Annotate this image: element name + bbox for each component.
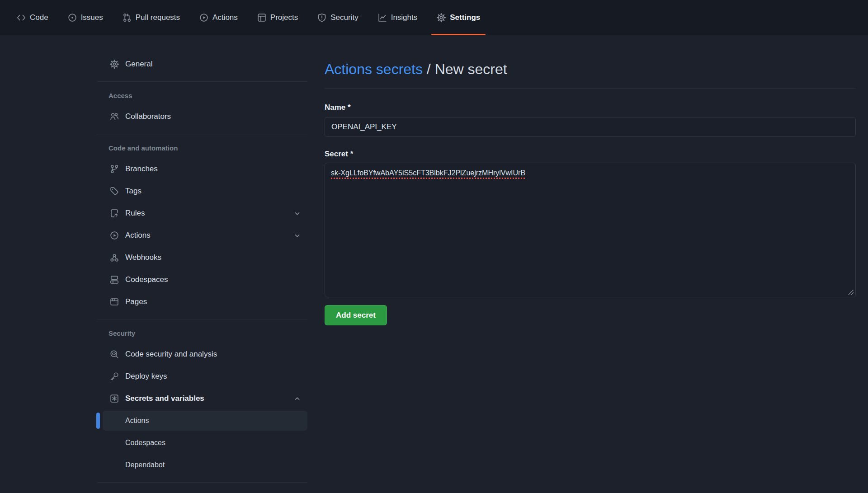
tab-label: Pull requests: [136, 13, 180, 22]
add-secret-button[interactable]: Add secret: [325, 305, 387, 325]
tab-label: Projects: [270, 13, 298, 22]
secret-name-input[interactable]: [325, 117, 856, 137]
secret-value-text: sk-XgLLfoBYfwAbAY5iS5cFT3BlbkFJ2PlZuejrz…: [331, 169, 525, 177]
sidebar-divider: [97, 319, 307, 319]
sidebar-item-label: General: [125, 60, 152, 69]
sidebar-item-sub-dependabot[interactable]: Dependabot: [97, 455, 307, 475]
new-secret-form: Actions secrets / New secret Name * Secr…: [325, 35, 856, 325]
sidebar-section-access: Access: [97, 92, 307, 99]
required-marker: *: [350, 150, 354, 158]
page-title: Actions secrets / New secret: [325, 60, 856, 78]
required-marker: *: [348, 103, 351, 112]
sidebar-item-collaborators[interactable]: Collaborators: [97, 107, 307, 127]
sidebar-section-security: Security: [97, 329, 307, 337]
code-icon: [17, 13, 26, 22]
sidebar-item-label: Secrets and variables: [125, 394, 204, 403]
tab-label: Actions: [212, 13, 238, 22]
sidebar-item-label: Codespaces: [125, 275, 168, 284]
tab-settings[interactable]: Settings: [437, 0, 480, 35]
sidebar-item-sub-codespaces[interactable]: Codespaces: [97, 433, 307, 453]
sidebar-item-label: Actions: [125, 417, 149, 425]
actions-secrets-breadcrumb-link[interactable]: Actions secrets: [325, 61, 423, 77]
code-scan-icon: [110, 350, 119, 359]
sidebar-item-label: Webhooks: [125, 253, 161, 262]
sidebar-item-webhooks[interactable]: Webhooks: [97, 248, 307, 268]
people-icon: [110, 112, 119, 121]
shield-icon: [317, 13, 326, 22]
tab-pull-requests[interactable]: Pull requests: [123, 0, 180, 35]
sidebar-item-secrets-and-variables[interactable]: Secrets and variables: [97, 389, 307, 408]
sidebar-section-code-and-automation: Code and automation: [97, 144, 307, 152]
tab-label: Security: [330, 13, 358, 22]
git-pull-request-icon: [123, 13, 132, 22]
breadcrumb-separator: /: [427, 61, 431, 77]
tab-issues[interactable]: Issues: [68, 0, 103, 35]
resize-handle-icon[interactable]: [848, 289, 854, 296]
sidebar-divider: [97, 134, 307, 134]
sidebar-item-label: Pages: [125, 297, 147, 306]
webhook-icon: [110, 253, 119, 262]
sidebar-item-sub-actions[interactable]: Actions: [103, 411, 307, 431]
chevron-down-icon: [293, 232, 301, 239]
title-divider: [325, 89, 856, 89]
table-icon: [257, 13, 266, 22]
repo-tab-bar: CodeIssuesPull requestsActionsProjectsSe…: [0, 0, 868, 35]
sidebar-item-codespaces[interactable]: Codespaces: [97, 270, 307, 290]
sidebar-item-general[interactable]: General: [97, 54, 307, 74]
tab-code[interactable]: Code: [17, 0, 48, 35]
gear-icon: [437, 13, 446, 22]
play-circle-icon: [110, 231, 119, 240]
tab-label: Insights: [391, 13, 418, 22]
sidebar-item-rules[interactable]: Rules: [97, 203, 307, 223]
sidebar-item-branches[interactable]: Branches: [97, 159, 307, 179]
gear-icon: [110, 60, 119, 69]
sidebar-item-label: Codespaces: [125, 439, 165, 447]
play-circle-icon: [199, 13, 208, 22]
name-label: Name *: [325, 103, 856, 113]
tab-label: Code: [30, 13, 48, 22]
sidebar-item-code-security-and-analysis[interactable]: Code security and analysis: [97, 344, 307, 364]
tag-icon: [110, 187, 119, 196]
sidebar-item-pages[interactable]: Pages: [97, 292, 307, 312]
secret-value-textarea[interactable]: sk-XgLLfoBYfwAbAY5iS5cFT3BlbkFJ2PlZuejrz…: [325, 163, 856, 297]
git-branch-icon: [110, 164, 119, 174]
sidebar-item-actions[interactable]: Actions: [97, 225, 307, 245]
key-icon: [110, 372, 119, 381]
tab-insights[interactable]: Insights: [378, 0, 418, 35]
sidebar-item-label: Code security and analysis: [125, 350, 217, 359]
graph-icon: [378, 13, 387, 22]
tab-security[interactable]: Security: [317, 0, 358, 35]
sidebar-divider: [97, 482, 307, 483]
settings-sidebar: GeneralAccessCollaboratorsCode and autom…: [97, 35, 307, 483]
tab-projects[interactable]: Projects: [257, 0, 298, 35]
breadcrumb-current: New secret: [435, 61, 507, 77]
sidebar-item-tags[interactable]: Tags: [97, 181, 307, 201]
chevron-down-icon: [293, 210, 301, 217]
sidebar-item-label: Deploy keys: [125, 372, 167, 381]
sidebar-divider: [97, 81, 307, 82]
rules-icon: [110, 209, 119, 218]
tab-actions[interactable]: Actions: [199, 0, 238, 35]
sidebar-item-label: Rules: [125, 209, 145, 218]
sidebar-item-label: Tags: [125, 187, 142, 196]
codespaces-icon: [110, 275, 119, 284]
secret-label: Secret *: [325, 149, 856, 159]
issue-opened-icon: [68, 13, 77, 22]
asterisk-box-icon: [110, 394, 119, 403]
tab-label: Issues: [81, 13, 103, 22]
sidebar-item-label: Actions: [125, 231, 151, 240]
sidebar-item-label: Dependabot: [125, 461, 165, 469]
sidebar-item-label: Collaborators: [125, 112, 171, 121]
tab-label: Settings: [450, 13, 480, 22]
sidebar-item-deploy-keys[interactable]: Deploy keys: [97, 366, 307, 386]
chevron-up-icon: [293, 395, 301, 403]
browser-icon: [110, 297, 119, 306]
sidebar-item-label: Branches: [125, 164, 158, 174]
